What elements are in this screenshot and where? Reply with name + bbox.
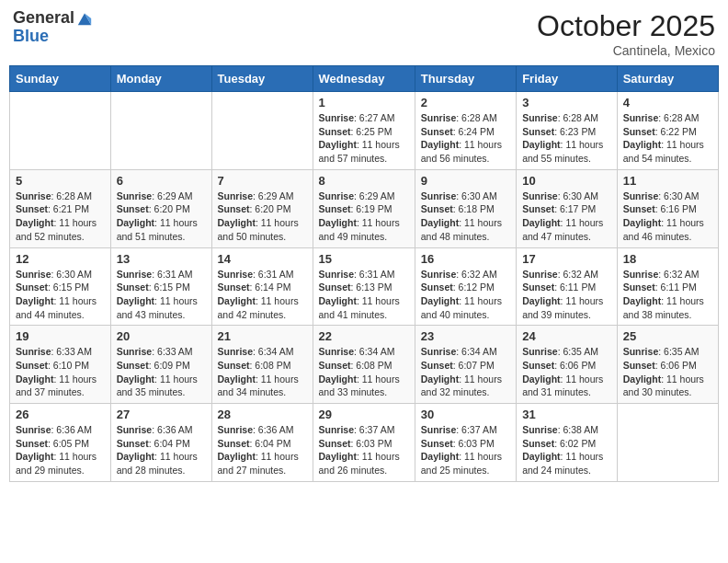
day-number: 2 — [421, 96, 510, 109]
calendar-table: SundayMondayTuesdayWednesdayThursdayFrid… — [9, 65, 719, 482]
calendar-cell: 8Sunrise: 6:29 AMSunset: 6:19 PMDaylight… — [313, 169, 415, 247]
day-number: 13 — [117, 252, 206, 266]
calendar-cell: 2Sunrise: 6:28 AMSunset: 6:24 PMDaylight… — [415, 92, 516, 170]
day-number: 27 — [117, 408, 206, 421]
calendar-week-3: 12Sunrise: 6:30 AMSunset: 6:15 PMDayligh… — [10, 247, 719, 326]
calendar-cell: 11Sunrise: 6:30 AMSunset: 6:16 PMDayligh… — [617, 169, 718, 247]
logo-blue-text: Blue — [13, 28, 93, 46]
day-info: Sunrise: 6:30 AMSunset: 6:16 PMDaylight:… — [623, 190, 712, 244]
calendar-cell: 5Sunrise: 6:28 AMSunset: 6:21 PMDaylight… — [10, 169, 111, 247]
day-number: 19 — [16, 329, 105, 343]
day-number: 8 — [319, 174, 409, 188]
calendar-cell: 31Sunrise: 6:38 AMSunset: 6:02 PMDayligh… — [517, 404, 618, 482]
calendar-cell: 19Sunrise: 6:33 AMSunset: 6:10 PMDayligh… — [10, 326, 111, 404]
day-number: 14 — [218, 252, 307, 266]
location: Cantinela, Mexico — [537, 43, 715, 58]
calendar-cell: 23Sunrise: 6:34 AMSunset: 6:07 PMDayligh… — [415, 326, 516, 404]
day-number: 31 — [522, 408, 611, 421]
calendar-week-2: 5Sunrise: 6:28 AMSunset: 6:21 PMDaylight… — [10, 169, 719, 247]
day-info: Sunrise: 6:33 AMSunset: 6:09 PMDaylight:… — [117, 345, 206, 399]
day-number: 10 — [522, 174, 611, 188]
day-info: Sunrise: 6:31 AMSunset: 6:14 PMDaylight:… — [218, 268, 307, 322]
calendar-cell: 14Sunrise: 6:31 AMSunset: 6:14 PMDayligh… — [211, 247, 313, 326]
day-info: Sunrise: 6:28 AMSunset: 6:21 PMDaylight:… — [16, 190, 105, 244]
day-info: Sunrise: 6:30 AMSunset: 6:17 PMDaylight:… — [522, 190, 611, 244]
day-info: Sunrise: 6:38 AMSunset: 6:02 PMDaylight:… — [522, 423, 611, 477]
day-number: 5 — [16, 174, 105, 188]
logo-icon — [76, 10, 93, 27]
day-number: 26 — [16, 408, 105, 421]
column-header-tuesday: Tuesday — [211, 66, 313, 92]
day-info: Sunrise: 6:33 AMSunset: 6:10 PMDaylight:… — [16, 345, 105, 399]
column-header-saturday: Saturday — [617, 66, 718, 92]
day-info: Sunrise: 6:30 AMSunset: 6:18 PMDaylight:… — [421, 190, 510, 244]
calendar-cell — [10, 92, 111, 170]
calendar-cell: 26Sunrise: 6:36 AMSunset: 6:05 PMDayligh… — [10, 404, 111, 482]
day-number: 16 — [421, 252, 510, 266]
calendar-cell: 29Sunrise: 6:37 AMSunset: 6:03 PMDayligh… — [313, 404, 415, 482]
day-info: Sunrise: 6:30 AMSunset: 6:15 PMDaylight:… — [16, 268, 105, 322]
calendar-cell: 3Sunrise: 6:28 AMSunset: 6:23 PMDaylight… — [517, 92, 618, 170]
logo-general-text: General — [13, 9, 74, 28]
day-number: 15 — [319, 252, 409, 266]
day-info: Sunrise: 6:36 AMSunset: 6:04 PMDaylight:… — [117, 423, 206, 477]
calendar-cell: 25Sunrise: 6:35 AMSunset: 6:06 PMDayligh… — [617, 326, 718, 404]
calendar-cell — [211, 92, 313, 170]
day-number: 3 — [522, 96, 611, 109]
day-info: Sunrise: 6:29 AMSunset: 6:20 PMDaylight:… — [117, 190, 206, 244]
calendar-cell: 4Sunrise: 6:28 AMSunset: 6:22 PMDaylight… — [617, 92, 718, 170]
day-info: Sunrise: 6:29 AMSunset: 6:20 PMDaylight:… — [218, 190, 307, 244]
day-number: 9 — [421, 174, 510, 188]
day-number: 20 — [117, 329, 206, 343]
calendar-header-row: SundayMondayTuesdayWednesdayThursdayFrid… — [10, 66, 719, 92]
calendar-cell: 27Sunrise: 6:36 AMSunset: 6:04 PMDayligh… — [110, 404, 211, 482]
day-number: 11 — [623, 174, 712, 188]
calendar-cell: 12Sunrise: 6:30 AMSunset: 6:15 PMDayligh… — [10, 247, 111, 326]
calendar-cell: 21Sunrise: 6:34 AMSunset: 6:08 PMDayligh… — [211, 326, 313, 404]
calendar-cell: 10Sunrise: 6:30 AMSunset: 6:17 PMDayligh… — [517, 169, 618, 247]
day-info: Sunrise: 6:34 AMSunset: 6:08 PMDaylight:… — [319, 345, 409, 399]
calendar-cell: 24Sunrise: 6:35 AMSunset: 6:06 PMDayligh… — [517, 326, 618, 404]
calendar-cell: 1Sunrise: 6:27 AMSunset: 6:25 PMDaylight… — [313, 92, 415, 170]
calendar-cell: 20Sunrise: 6:33 AMSunset: 6:09 PMDayligh… — [110, 326, 211, 404]
day-info: Sunrise: 6:32 AMSunset: 6:11 PMDaylight:… — [522, 268, 611, 322]
calendar-week-4: 19Sunrise: 6:33 AMSunset: 6:10 PMDayligh… — [10, 326, 719, 404]
column-header-monday: Monday — [110, 66, 211, 92]
column-header-sunday: Sunday — [10, 66, 111, 92]
calendar-cell: 15Sunrise: 6:31 AMSunset: 6:13 PMDayligh… — [313, 247, 415, 326]
day-number: 25 — [623, 329, 712, 343]
calendar-cell: 17Sunrise: 6:32 AMSunset: 6:11 PMDayligh… — [517, 247, 618, 326]
day-info: Sunrise: 6:34 AMSunset: 6:08 PMDaylight:… — [218, 345, 307, 399]
day-info: Sunrise: 6:27 AMSunset: 6:25 PMDaylight:… — [319, 111, 409, 166]
day-number: 21 — [218, 329, 307, 343]
column-header-friday: Friday — [517, 66, 618, 92]
calendar-cell: 30Sunrise: 6:37 AMSunset: 6:03 PMDayligh… — [415, 404, 516, 482]
calendar-cell — [110, 92, 211, 170]
day-info: Sunrise: 6:34 AMSunset: 6:07 PMDaylight:… — [421, 345, 510, 399]
day-number: 23 — [421, 329, 510, 343]
day-number: 18 — [623, 252, 712, 266]
day-info: Sunrise: 6:37 AMSunset: 6:03 PMDaylight:… — [421, 423, 510, 477]
calendar-cell: 28Sunrise: 6:36 AMSunset: 6:04 PMDayligh… — [211, 404, 313, 482]
column-header-wednesday: Wednesday — [313, 66, 415, 92]
day-info: Sunrise: 6:29 AMSunset: 6:19 PMDaylight:… — [319, 190, 409, 244]
day-info: Sunrise: 6:35 AMSunset: 6:06 PMDaylight:… — [522, 345, 611, 399]
day-number: 1 — [319, 96, 409, 109]
day-number: 28 — [218, 408, 307, 421]
calendar-cell: 6Sunrise: 6:29 AMSunset: 6:20 PMDaylight… — [110, 169, 211, 247]
day-info: Sunrise: 6:35 AMSunset: 6:06 PMDaylight:… — [623, 345, 712, 399]
day-number: 29 — [319, 408, 409, 421]
calendar-cell: 22Sunrise: 6:34 AMSunset: 6:08 PMDayligh… — [313, 326, 415, 404]
day-number: 7 — [218, 174, 307, 188]
calendar-week-5: 26Sunrise: 6:36 AMSunset: 6:05 PMDayligh… — [10, 404, 719, 482]
day-info: Sunrise: 6:31 AMSunset: 6:15 PMDaylight:… — [117, 268, 206, 322]
month-title: October 2025 — [537, 9, 715, 43]
day-number: 24 — [522, 329, 611, 343]
day-info: Sunrise: 6:32 AMSunset: 6:11 PMDaylight:… — [623, 268, 712, 322]
calendar-cell: 16Sunrise: 6:32 AMSunset: 6:12 PMDayligh… — [415, 247, 516, 326]
column-header-thursday: Thursday — [415, 66, 516, 92]
day-info: Sunrise: 6:36 AMSunset: 6:05 PMDaylight:… — [16, 423, 105, 477]
day-info: Sunrise: 6:36 AMSunset: 6:04 PMDaylight:… — [218, 423, 307, 477]
calendar-cell: 7Sunrise: 6:29 AMSunset: 6:20 PMDaylight… — [211, 169, 313, 247]
day-number: 4 — [623, 96, 712, 109]
